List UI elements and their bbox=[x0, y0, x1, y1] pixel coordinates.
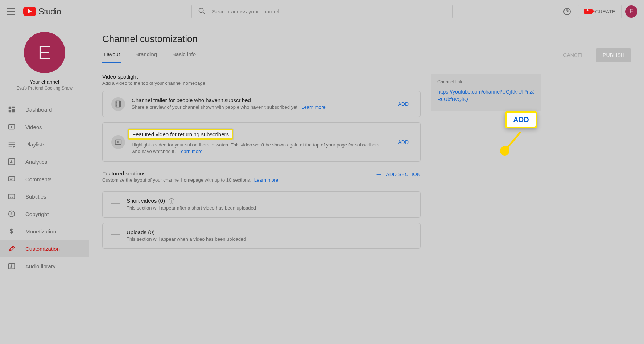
tab-bar: Layout Branding Basic info CANCEL PUBLIS… bbox=[102, 51, 631, 63]
sidebar-item-label: Dashboard bbox=[25, 107, 52, 113]
trailer-add-button[interactable]: ADD bbox=[395, 99, 412, 109]
uploads-desc: This section will appear when a video ha… bbox=[127, 236, 412, 243]
page-title: Channel customization bbox=[102, 33, 631, 45]
menu-icon[interactable] bbox=[7, 7, 15, 16]
featured-sections-sub: Customize the layout of your channel hom… bbox=[102, 177, 251, 183]
shorts-desc: This section will appear after a short v… bbox=[127, 205, 412, 211]
svg-point-0 bbox=[199, 8, 203, 12]
svg-rect-4 bbox=[9, 107, 11, 109]
customization-icon bbox=[7, 244, 16, 253]
help-icon[interactable] bbox=[560, 4, 574, 19]
svg-marker-9 bbox=[11, 126, 13, 128]
sidebar-item-label: Audio library bbox=[25, 263, 55, 269]
tab-basic-info[interactable]: Basic info bbox=[171, 51, 197, 63]
create-label: CREATE bbox=[595, 9, 615, 14]
film-icon bbox=[111, 97, 125, 111]
uploads-title: Uploads (0) bbox=[127, 229, 412, 235]
sidebar-item-dashboard[interactable]: Dashboard bbox=[0, 101, 89, 118]
sidebar-item-videos[interactable]: Videos bbox=[0, 118, 89, 136]
add-callout-bubble: ADD bbox=[505, 111, 537, 128]
sidebar-item-monetization[interactable]: Monetization bbox=[0, 223, 89, 240]
svg-marker-40 bbox=[117, 141, 120, 143]
sidebar-item-audio-library[interactable]: Audio library bbox=[0, 257, 89, 275]
nav-main: Dashboard Videos Playlists Analytics bbox=[0, 101, 89, 339]
dashboard-icon bbox=[7, 105, 16, 114]
tab-layout[interactable]: Layout bbox=[102, 51, 121, 63]
svg-rect-6 bbox=[12, 109, 15, 112]
sidebar-item-copyright[interactable]: Copyright bbox=[0, 205, 89, 223]
learn-more-link[interactable]: Learn more bbox=[254, 177, 278, 183]
audio-library-icon bbox=[7, 262, 16, 270]
search-icon bbox=[198, 7, 206, 16]
uploads-section-card: Uploads (0) This section will appear whe… bbox=[102, 223, 421, 249]
svg-marker-13 bbox=[13, 146, 15, 148]
trailer-desc: Share a preview of your channel shown wi… bbox=[132, 104, 299, 110]
sidebar-item-label: Monetization bbox=[25, 228, 56, 235]
featured-add-button[interactable]: ADD bbox=[395, 137, 412, 147]
featured-video-card: Featured video for returning subscribers… bbox=[102, 122, 421, 162]
channel-block: E Your channel Eva's Pretend Cooking Sho… bbox=[0, 23, 89, 96]
svg-rect-7 bbox=[9, 110, 11, 112]
playlists-icon bbox=[7, 140, 16, 149]
sidebar-item-comments[interactable]: Comments bbox=[0, 170, 89, 188]
channel-trailer-card: Channel trailer for people who haven't s… bbox=[102, 91, 421, 117]
tab-branding[interactable]: Branding bbox=[134, 51, 158, 63]
subtitles-icon bbox=[7, 192, 16, 201]
your-channel-label: Your channel bbox=[30, 79, 59, 85]
video-play-icon bbox=[111, 135, 125, 149]
add-section-label: ADD SECTION bbox=[386, 171, 421, 177]
sidebar: E Your channel Eva's Pretend Cooking Sho… bbox=[0, 23, 89, 344]
copyright-icon bbox=[7, 210, 16, 218]
sidebar-item-label: Playlists bbox=[25, 141, 45, 148]
add-section-button[interactable]: ADD SECTION bbox=[375, 170, 421, 178]
svg-rect-5 bbox=[12, 107, 15, 108]
channel-link-card: Channel link https://youtube.com/channel… bbox=[431, 74, 541, 111]
learn-more-link[interactable]: Learn more bbox=[301, 104, 325, 110]
logo-text: Studio bbox=[38, 7, 61, 17]
svg-point-24 bbox=[9, 211, 15, 217]
sidebar-item-label: Comments bbox=[25, 176, 52, 182]
channel-name: Eva's Pretend Cooking Show bbox=[16, 86, 73, 91]
create-button[interactable]: CREATE bbox=[578, 5, 622, 18]
sidebar-item-customization[interactable]: Customization bbox=[0, 240, 89, 257]
sidebar-item-label: Videos bbox=[25, 124, 42, 130]
app-header: Studio CREATE E bbox=[0, 0, 644, 23]
featured-title: Featured video for returning subscribers bbox=[128, 129, 233, 140]
youtube-play-icon bbox=[23, 7, 36, 16]
callout-dot bbox=[500, 146, 509, 156]
channel-link-url[interactable]: https://youtube.com/channel/UCjKkrUfPriz… bbox=[437, 88, 535, 103]
featured-sections-heading: Featured sections bbox=[102, 170, 278, 177]
drag-handle-icon[interactable] bbox=[111, 200, 120, 209]
sidebar-item-playlists[interactable]: Playlists bbox=[0, 136, 89, 153]
search-box[interactable] bbox=[191, 5, 453, 18]
channel-link-label: Channel link bbox=[437, 79, 535, 84]
sidebar-item-label: Analytics bbox=[25, 159, 47, 165]
analytics-icon bbox=[7, 157, 16, 166]
search-input[interactable] bbox=[211, 8, 446, 15]
videos-icon bbox=[7, 123, 16, 131]
svg-rect-18 bbox=[9, 177, 15, 181]
video-spotlight-sub: Add a video to the top of your channel h… bbox=[102, 80, 421, 86]
sidebar-item-subtitles[interactable]: Subtitles bbox=[0, 188, 89, 205]
shorts-title: Short videos (0) i bbox=[127, 198, 412, 204]
monetization-icon bbox=[7, 227, 16, 236]
svg-point-3 bbox=[567, 13, 567, 13]
publish-button[interactable]: PUBLISH bbox=[596, 48, 631, 62]
video-spotlight-heading: Video spotlight bbox=[102, 74, 421, 80]
sidebar-item-analytics[interactable]: Analytics bbox=[0, 153, 89, 170]
cancel-button[interactable]: CANCEL bbox=[557, 48, 590, 62]
main-content: Channel customization Layout Branding Ba… bbox=[89, 23, 644, 344]
account-avatar[interactable]: E bbox=[625, 5, 637, 18]
comments-icon bbox=[7, 175, 16, 183]
info-icon[interactable]: i bbox=[169, 198, 174, 204]
drag-handle-icon[interactable] bbox=[111, 231, 120, 240]
learn-more-link[interactable]: Learn more bbox=[178, 149, 202, 154]
sidebar-item-label: Customization bbox=[25, 246, 60, 252]
studio-logo[interactable]: Studio bbox=[23, 7, 61, 17]
sidebar-item-label: Subtitles bbox=[25, 194, 46, 200]
channel-avatar[interactable]: E bbox=[24, 32, 65, 73]
plus-icon bbox=[375, 170, 383, 178]
create-camera-icon bbox=[584, 9, 592, 14]
shorts-section-card: Short videos (0) i This section will app… bbox=[102, 191, 421, 217]
trailer-title: Channel trailer for people who haven't s… bbox=[132, 97, 388, 103]
